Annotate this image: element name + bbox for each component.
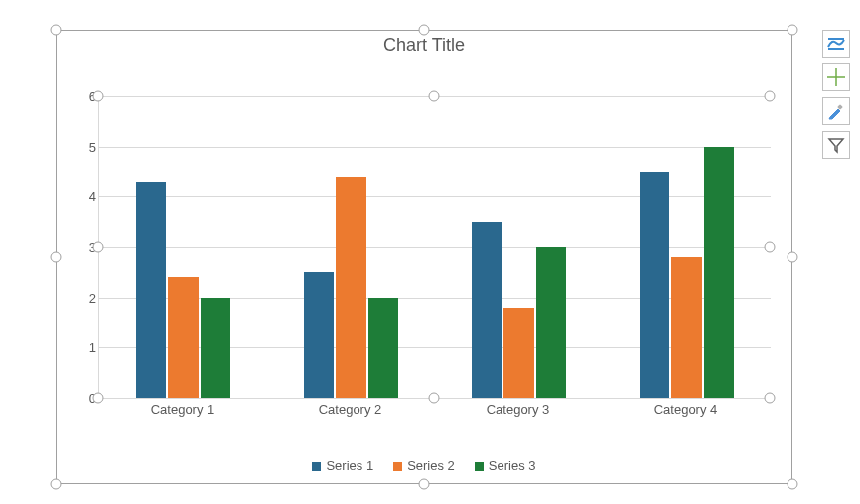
bar-series-1[interactable] [136,182,166,398]
selection-handle[interactable] [93,242,104,253]
bar-series-3[interactable] [368,298,398,398]
selection-handle[interactable] [51,252,62,263]
chart-styles-button[interactable] [822,63,850,91]
chart-elements-button[interactable] [822,30,850,58]
bar-series-3[interactable] [704,147,734,398]
svg-rect-1 [828,48,844,50]
bar-series-2[interactable] [336,177,365,398]
y-tick-label: 1 [89,340,96,355]
legend-label: Series 3 [489,458,536,473]
legend-item[interactable]: Series 2 [393,458,455,473]
selection-handle[interactable] [93,393,104,404]
selection-handle[interactable] [765,91,776,102]
selection-handle[interactable] [51,25,62,36]
selection-handle[interactable] [93,91,104,102]
gridline [99,196,771,197]
bar-series-1[interactable] [640,172,669,398]
y-tick-label: 4 [89,189,96,204]
plot-area[interactable] [98,96,771,399]
selection-handle[interactable] [788,25,798,36]
category-axis: Category 1Category 2Category 3Category 4 [98,402,770,426]
category-label: Category 2 [319,402,382,417]
category-label: Category 1 [151,402,215,417]
bar-series-2[interactable] [503,308,533,398]
chart-format-button[interactable] [822,97,850,125]
selection-handle[interactable] [429,91,440,102]
selection-handle[interactable] [419,25,430,36]
selection-handle[interactable] [788,479,798,490]
legend-label: Series 1 [326,458,373,473]
selection-handle[interactable] [765,242,776,253]
legend-swatch [475,462,484,471]
selection-handle[interactable] [765,393,776,404]
gridline [99,247,771,248]
bar-series-1[interactable] [472,222,502,398]
bar-series-2[interactable] [168,277,198,398]
selection-handle[interactable] [419,479,430,490]
bar-series-3[interactable] [201,298,230,398]
selection-handle[interactable] [429,393,440,404]
legend-label: Series 2 [407,458,455,473]
legend-swatch [393,462,402,471]
selection-handle[interactable] [51,479,62,490]
category-label: Category 3 [487,402,550,417]
chart-filter-button[interactable] [822,131,850,159]
y-tick-label: 2 [89,290,96,305]
legend-item[interactable]: Series 3 [475,458,536,473]
bar-series-2[interactable] [671,257,701,398]
legend-item[interactable]: Series 1 [312,458,373,473]
gridline [99,147,771,148]
category-label: Category 4 [654,402,718,417]
chart-object[interactable]: Chart Title 0123456 Category 1Category 2… [56,30,792,484]
bar-series-3[interactable] [536,247,566,398]
selection-handle[interactable] [788,252,798,263]
bar-series-1[interactable] [304,272,334,398]
legend[interactable]: Series 1Series 2Series 3 [57,458,791,473]
svg-rect-0 [828,38,844,40]
y-tick-label: 5 [89,139,96,154]
chart-title[interactable]: Chart Title [57,35,791,56]
legend-swatch [312,462,321,471]
